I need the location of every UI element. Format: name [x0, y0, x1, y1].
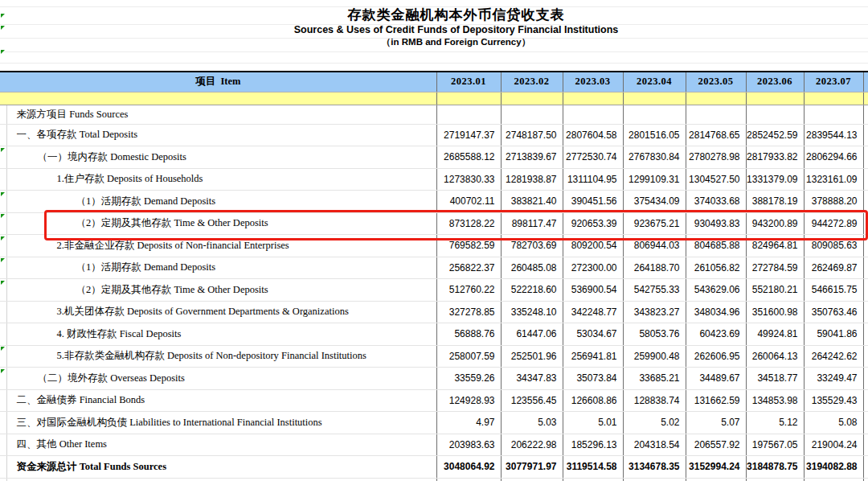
value-cell[interactable]: 3194082.88	[804, 456, 863, 479]
band-cell[interactable]	[0, 92, 436, 105]
value-cell[interactable]: 4.97	[436, 412, 501, 434]
value-cell[interactable]: 536900.54	[563, 279, 623, 302]
value-cell[interactable]: 522218.60	[501, 279, 563, 302]
item-cell[interactable]: 来源方项目 Funds Sources	[6, 105, 436, 124]
value-cell[interactable]: 1281938.87	[501, 168, 563, 191]
value-cell[interactable]: 2767830.84	[623, 146, 686, 169]
value-cell[interactable]: 262606.95	[686, 345, 746, 368]
value-cell[interactable]: 2839544.13	[804, 124, 863, 146]
value-cell[interactable]: 59041.86	[804, 323, 863, 346]
value-cell[interactable]: 61447.06	[501, 323, 563, 346]
band-cell[interactable]	[804, 92, 863, 105]
value-cell[interactable]: 33249.47	[804, 368, 863, 390]
value-cell[interactable]: 809200.54	[563, 235, 623, 257]
value-cell[interactable]: 197567.05	[746, 434, 804, 456]
value-cell[interactable]: 350763.46	[804, 301, 863, 323]
value-cell[interactable]: 824964.81	[746, 235, 804, 257]
band-cell[interactable]	[563, 92, 623, 105]
column-header-2023.07[interactable]: 2023.07	[804, 72, 863, 92]
value-cell[interactable]: 2817933.82	[746, 146, 804, 169]
item-cell[interactable]: 资金来源总计 Total Funds Sources	[6, 456, 436, 479]
value-cell[interactable]: 49924.81	[746, 323, 804, 346]
value-cell[interactable]: 272784.59	[746, 257, 804, 279]
value-cell[interactable]: 2806294.66	[804, 146, 863, 169]
value-cell[interactable]: 185296.13	[563, 434, 623, 456]
value-cell[interactable]: 5.12	[746, 412, 804, 434]
value-cell[interactable]: 898117.47	[501, 212, 563, 235]
item-cell[interactable]: （2）定期及其他存款 Time & Other Deposits	[6, 212, 436, 235]
value-cell[interactable]: 809085.63	[804, 235, 863, 257]
value-cell[interactable]: 33685.21	[623, 368, 686, 390]
value-cell[interactable]: 769582.59	[436, 235, 501, 257]
value-cell[interactable]: 2801516.05	[623, 124, 686, 146]
value-cell[interactable]: 256941.81	[563, 345, 623, 368]
value-cell[interactable]: 390451.56	[563, 191, 623, 213]
value-cell[interactable]: 920653.39	[563, 212, 623, 235]
value-cell[interactable]: 5.07	[686, 412, 746, 434]
value-cell[interactable]: 1273830.33	[436, 168, 501, 191]
value-cell[interactable]: 3152994.24	[686, 456, 746, 479]
column-header-2023.06[interactable]: 2023.06	[746, 72, 804, 92]
item-cell[interactable]: 2.非金融企业存款 Deposits of Non-financial Ente…	[6, 235, 436, 257]
item-cell[interactable]: 5.非存款类金融机构存款 Deposits of Non-depository …	[6, 345, 436, 368]
band-cell[interactable]	[746, 92, 804, 105]
value-cell[interactable]: 2807604.58	[563, 124, 623, 146]
item-cell[interactable]: 1.住户存款 Deposits of Households	[6, 168, 436, 191]
value-cell[interactable]: 264188.70	[623, 257, 686, 279]
value-cell[interactable]: 34489.67	[686, 368, 746, 390]
item-cell[interactable]: 一、各项存款 Total Deposits	[6, 124, 436, 146]
value-cell[interactable]: 256822.37	[436, 257, 501, 279]
value-cell[interactable]: 264242.62	[804, 345, 863, 368]
value-cell[interactable]: 260064.13	[746, 345, 804, 368]
value-cell[interactable]: 33559.26	[436, 368, 501, 390]
value-cell[interactable]: 3119514.58	[563, 456, 623, 479]
value-cell[interactable]: 2713839.67	[501, 146, 563, 169]
column-header-2023.02[interactable]: 2023.02	[501, 72, 563, 92]
value-cell[interactable]: 34347.83	[501, 368, 563, 390]
value-cell[interactable]	[436, 105, 501, 124]
column-header-2023.05[interactable]: 2023.05	[686, 72, 746, 92]
value-cell[interactable]: 128838.74	[623, 389, 686, 412]
value-cell[interactable]: 203983.63	[436, 434, 501, 456]
band-cell[interactable]	[436, 92, 501, 105]
value-cell[interactable]: 5.03	[501, 412, 563, 434]
value-cell[interactable]: 3184878.75	[746, 456, 804, 479]
value-cell[interactable]: 3134678.35	[623, 456, 686, 479]
item-column-header[interactable]: 项目 Item	[0, 72, 436, 92]
value-cell[interactable]: 335248.10	[501, 301, 563, 323]
value-cell[interactable]: 2719147.37	[436, 124, 501, 146]
value-cell[interactable]: 206557.92	[686, 434, 746, 456]
value-cell[interactable]: 219004.24	[804, 434, 863, 456]
item-cell[interactable]: （一）境内存款 Domestic Deposits	[6, 146, 436, 169]
value-cell[interactable]: 2814768.65	[686, 124, 746, 146]
value-cell[interactable]: 258007.59	[436, 345, 501, 368]
value-cell[interactable]	[686, 105, 746, 124]
item-cell[interactable]: （1）活期存款 Demand Deposits	[6, 257, 436, 279]
value-cell[interactable]: 3077971.97	[501, 456, 563, 479]
value-cell[interactable]: 60423.69	[686, 323, 746, 346]
value-cell[interactable]: 252501.96	[501, 345, 563, 368]
value-cell[interactable]: 131662.59	[686, 389, 746, 412]
value-cell[interactable]: 126608.86	[563, 389, 623, 412]
item-cell[interactable]: 四、其他 Other Items	[6, 434, 436, 456]
value-cell[interactable]: 374033.68	[686, 191, 746, 213]
value-cell[interactable]: 134853.98	[746, 389, 804, 412]
value-cell[interactable]: 53034.67	[563, 323, 623, 346]
value-cell[interactable]	[563, 105, 623, 124]
value-cell[interactable]: 259900.48	[623, 345, 686, 368]
value-cell[interactable]: 5.01	[563, 412, 623, 434]
value-cell[interactable]: 944272.89	[804, 212, 863, 235]
value-cell[interactable]: 375434.09	[623, 191, 686, 213]
value-cell[interactable]: 2780278.98	[686, 146, 746, 169]
value-cell[interactable]: 378888.20	[804, 191, 863, 213]
value-cell[interactable]: 327278.85	[436, 301, 501, 323]
value-cell[interactable]: 2772530.74	[563, 146, 623, 169]
value-cell[interactable]: 400702.11	[436, 191, 501, 213]
value-cell[interactable]: 546615.75	[804, 279, 863, 302]
value-cell[interactable]: 348034.96	[686, 301, 746, 323]
value-cell[interactable]: 512760.22	[436, 279, 501, 302]
value-cell[interactable]: 1331379.09	[746, 168, 804, 191]
value-cell[interactable]: 260485.08	[501, 257, 563, 279]
column-header-2023.04[interactable]: 2023.04	[623, 72, 686, 92]
value-cell[interactable]: 124928.93	[436, 389, 501, 412]
